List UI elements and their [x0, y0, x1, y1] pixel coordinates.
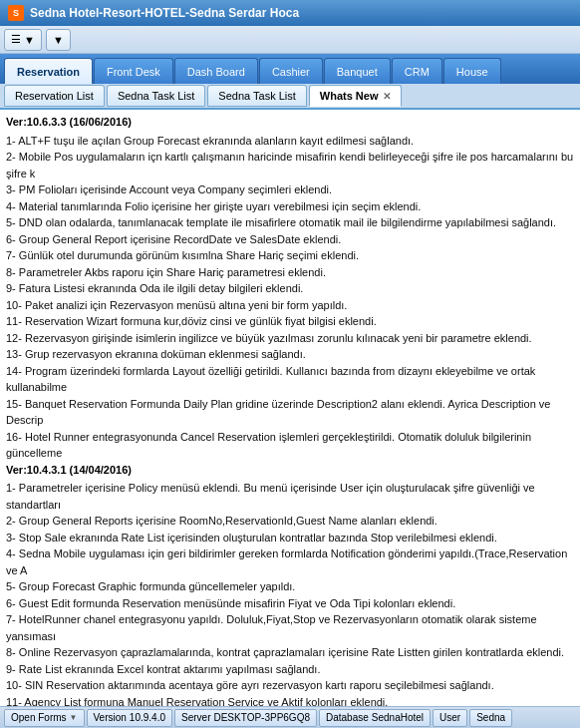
sub-tab-sedna-task-list-1-label: Sedna Task List	[118, 90, 194, 102]
content-item: 2- Group General Reports içerisine RoomN…	[6, 513, 574, 530]
content-area: Ver:10.6.3.3 (16/06/2016)1- ALT+F tuşu i…	[0, 110, 580, 706]
content-item: 5- Group Forecast Graphic formunda günce…	[6, 578, 574, 595]
title-bar: S Sedna Hotel-Resort-HOTEL-Sedna Serdar …	[0, 0, 580, 26]
status-app-value: Sedna	[476, 712, 505, 723]
nav-tab-frontdesk-label: Front Desk	[107, 66, 160, 78]
status-user-value: User	[439, 712, 460, 723]
content-item: 8- Parametreler Akbs raporu için Share H…	[6, 264, 574, 281]
status-app: Sedna	[469, 709, 512, 727]
content-item: 12- Rezervasyon girişinde isimlerin ingi…	[6, 330, 574, 347]
status-database-prefix: Database	[326, 712, 369, 723]
sub-tab-sedna-task-list-2-label: Sedna Task List	[218, 90, 295, 102]
toolbar-btn-1-label: ☰	[11, 33, 21, 46]
content-item: 11- Reservation Wizart formuna kur,döviz…	[6, 313, 574, 330]
nav-tab-frontdesk[interactable]: Front Desk	[94, 58, 173, 84]
content-item: 7- Günlük otel durumunda görünüm kısımln…	[6, 247, 574, 264]
content-item: 16- Hotel Runner entegrasyonunda Cancel …	[6, 429, 574, 462]
content-item: 9- Fatura Listesi ekranında Oda ile ilgi…	[6, 280, 574, 297]
toolbar: ☰ ▼ ▼	[0, 26, 580, 54]
content-item: 5- DND olan odalarda, tanımlanacak templ…	[6, 214, 574, 231]
status-open-forms[interactable]: Open Forms ▼	[4, 709, 85, 727]
content-item: 10- Paket analizi için Rezervasyon menüs…	[6, 297, 574, 314]
sub-tab-whats-new[interactable]: Whats New ✕	[309, 85, 402, 107]
nav-tab-crm-label: CRM	[405, 66, 430, 78]
nav-tab-reservation[interactable]: Reservation	[4, 58, 93, 84]
status-server-value: DESKTOP-3PP6GQ8	[213, 712, 310, 723]
nav-tab-reservation-label: Reservation	[17, 66, 80, 78]
nav-tab-house[interactable]: House	[443, 58, 501, 84]
nav-tab-dashboard[interactable]: Dash Board	[174, 58, 258, 84]
nav-tab-cashier-label: Cashier	[272, 66, 310, 78]
content-item: 15- Banquet Reservation Formunda Daily P…	[6, 396, 574, 429]
content-item: 1- ALT+F tuşu ile açılan Group Forecast …	[6, 133, 574, 150]
status-server-prefix: Server	[181, 712, 210, 723]
nav-tabs: Reservation Front Desk Dash Board Cashie…	[0, 54, 580, 84]
version-line: Ver:10.6.3.3 (16/06/2016)	[6, 114, 574, 131]
status-version-prefix: Version	[94, 712, 127, 723]
version-line: Ver:10.4.3.1 (14/04/2016)	[6, 462, 574, 479]
content-item: 3- PM Folioları içerisinde Account veya …	[6, 182, 574, 198]
title-bar-text: Sedna Hotel-Resort-HOTEL-Sedna Serdar Ho…	[30, 6, 299, 20]
nav-tab-house-label: House	[456, 66, 488, 78]
status-version: Version 10.9.4.0	[87, 709, 173, 727]
sub-tab-sedna-task-list-2[interactable]: Sedna Task List	[207, 85, 306, 107]
status-database-value: SednaHotel	[372, 712, 424, 723]
content-item: 13- Grup rezervasyon ekranına doküman ek…	[6, 346, 574, 363]
status-user: User	[433, 709, 467, 727]
nav-tab-dashboard-label: Dash Board	[187, 66, 245, 78]
content-item: 4- Material tanımlarında Folio içerisine…	[6, 198, 574, 215]
sub-tab-sedna-task-list-1[interactable]: Sedna Task List	[107, 85, 205, 107]
status-version-value: 10.9.4.0	[130, 712, 165, 723]
nav-tab-banquet[interactable]: Banquet	[324, 58, 391, 84]
status-server: Server DESKTOP-3PP6GQ8	[174, 709, 317, 727]
status-open-forms-arrow: ▼	[70, 713, 78, 722]
toolbar-btn-2[interactable]: ▼	[46, 29, 71, 51]
sub-tab-reservation-list-label: Reservation List	[15, 90, 94, 102]
content-item: 3- Stop Sale ekranında Rate List içerisi…	[6, 530, 574, 546]
sub-tab-whats-new-close[interactable]: ✕	[383, 91, 391, 102]
content-item: 1- Parametreler içerisine Policy menüsü …	[6, 480, 574, 513]
content-item: 10- SIN Reservation aktarımında acentaya…	[6, 677, 574, 694]
sub-tabs: Reservation List Sedna Task List Sedna T…	[0, 84, 580, 110]
sub-tab-whats-new-label: Whats New	[320, 90, 379, 102]
toolbar-btn-1[interactable]: ☰ ▼	[4, 29, 42, 51]
nav-tab-banquet-label: Banquet	[337, 66, 378, 78]
app-icon: S	[8, 5, 24, 21]
toolbar-btn-2-arrow: ▼	[53, 34, 64, 46]
content-item: 7- HotelRunner chanel entegrasyonu yapıl…	[6, 611, 574, 644]
content-item: 11- Agency List formuna Manuel Reservati…	[6, 694, 574, 707]
nav-tab-cashier[interactable]: Cashier	[259, 58, 323, 84]
content-item: 6- Group General Report içerisine Record…	[6, 231, 574, 248]
nav-tab-crm[interactable]: CRM	[392, 58, 442, 84]
content-item: 14- Program üzerindeki formlarda Layout …	[6, 363, 574, 396]
content-item: 9- Rate List ekranında Excel kontrat akt…	[6, 661, 574, 678]
sub-tab-reservation-list[interactable]: Reservation List	[4, 85, 105, 107]
status-bar: Open Forms ▼ Version 10.9.4.0 Server DES…	[0, 706, 580, 728]
status-database: Database SednaHotel	[319, 709, 431, 727]
content-item: 2- Mobile Pos uygulamaların içn kartlı ç…	[6, 149, 574, 182]
content-item: 4- Sedna Mobile uygulaması için geri bil…	[6, 546, 574, 578]
content-item: 6- Guest Edit formunda Reservation menüs…	[6, 595, 574, 612]
content-item: 8- Online Rezervasyon çaprazlamalarında,…	[6, 644, 574, 661]
toolbar-btn-1-arrow: ▼	[24, 34, 35, 46]
status-open-forms-label: Open Forms	[11, 712, 67, 723]
